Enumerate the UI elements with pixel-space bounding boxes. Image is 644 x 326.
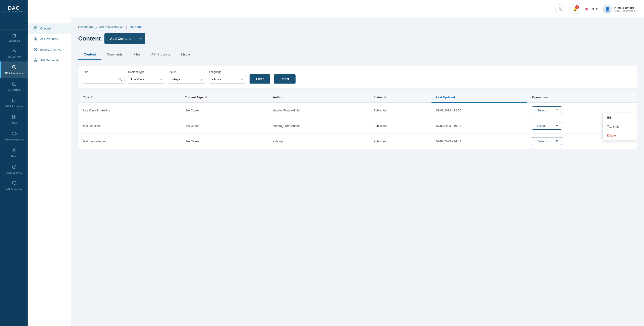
col-author-label: Author xyxy=(273,96,283,99)
sidebar-item-label: About OneAPIM xyxy=(6,172,22,174)
sidebar-item-site-admin[interactable]: Site Administration xyxy=(0,128,28,144)
sidebar-item-api-admin[interactable]: API Administration xyxy=(0,62,28,78)
status-select[interactable]: - Any - Published Unpublished Draft xyxy=(168,75,206,84)
sidebar-item-dashboard[interactable]: ⊞ Dashboard xyxy=(0,30,28,46)
sidebar-item-api-products-label: API Products xyxy=(40,37,58,41)
sidebar-item-api-deprecation[interactable]: API Deprecatio... xyxy=(28,55,71,65)
row1-operations: - Select - ⌃ Edit Translate Delete xyxy=(528,102,637,118)
content-type-sort-icon[interactable]: ⇵ xyxy=(205,96,207,99)
row1-select-label: - Select - xyxy=(536,109,548,112)
col-operations: Operations xyxy=(528,92,637,102)
breadcrumb-current: Content xyxy=(130,25,141,29)
content-table: Title ⇵ Content Type ⇵ Author xyxy=(78,92,637,149)
breadcrumb-api-admin[interactable]: API Administration xyxy=(99,25,124,29)
content-tabs: Content Comments Files API Products Medi… xyxy=(78,49,637,60)
reset-button[interactable]: Reset xyxy=(274,74,296,84)
row3-author: ekta.upm xyxy=(268,134,369,149)
sidebar-item-import-apis[interactable]: Import APIs / A... xyxy=(28,44,71,55)
sidebar-item-about[interactable]: About OneAPIM xyxy=(0,161,28,177)
col-last-updated-label: Last Updated xyxy=(436,96,455,99)
user-menu[interactable]: 👤 Hi ekta umare ekta.u+padmin@d... xyxy=(603,5,637,14)
sidebar-item-api-testing[interactable]: API Testing xyxy=(0,78,28,95)
api-admin-icon xyxy=(12,65,17,71)
tab-content[interactable]: Content xyxy=(78,49,102,60)
language-select[interactable]: - Any - English French German xyxy=(209,75,246,84)
row1-author: sindhu_PortalAdmin xyxy=(268,102,369,118)
filter-button[interactable]: Filter xyxy=(250,74,270,84)
title-search-icon: 🔍 xyxy=(118,78,122,81)
sidebar-item-label: API Administration xyxy=(5,72,24,75)
title-filter-group: Title 🔍 xyxy=(83,71,124,84)
content-type-select[interactable]: Use Case API Product Blog Post FAQ xyxy=(128,75,165,84)
svg-point-11 xyxy=(34,38,37,40)
row2-chevron-down-icon: ▼ xyxy=(555,124,558,128)
about-icon xyxy=(12,164,17,170)
row1-last-updated: 08/03/2023 - 12:50 xyxy=(432,102,528,118)
tab-media[interactable]: Media xyxy=(176,49,196,60)
add-content-button[interactable]: Add Content xyxy=(104,33,136,44)
tab-api-products[interactable]: API Products xyxy=(146,49,176,60)
sidebar-item-api-community[interactable]: API Community xyxy=(0,177,28,194)
add-content-plus-button[interactable]: + xyxy=(136,33,145,44)
language-select-wrap: - Any - English French German ▼ xyxy=(209,75,246,84)
col-status-label: Status xyxy=(374,96,383,99)
apps-icon xyxy=(12,114,17,121)
svg-rect-4 xyxy=(14,115,16,117)
sidebar-item-apps[interactable]: Apps xyxy=(0,111,28,128)
search-button[interactable]: 🔍 xyxy=(555,4,565,14)
search-icon: 🔍 xyxy=(558,7,562,11)
api-testing-icon xyxy=(12,81,17,88)
row3-select-button[interactable]: - Select - ▼ xyxy=(532,137,562,145)
sidebar-item-api-subscriptions[interactable]: API Subscriptions xyxy=(0,95,28,111)
breadcrumb-sep-2: ❱ xyxy=(125,25,128,29)
content-type-filter-group: Content Type Use Case API Product Blog P… xyxy=(128,71,165,84)
dropdown-delete[interactable]: Delete xyxy=(602,131,637,140)
api-deprecation-icon xyxy=(33,58,38,63)
users-icon xyxy=(12,148,17,154)
hamburger-button[interactable]: ☰ xyxy=(0,19,28,30)
svg-point-12 xyxy=(35,39,36,40)
title-sort-icon[interactable]: ⇵ xyxy=(90,96,93,99)
sidebar-item-label: API Subscriptions xyxy=(5,105,23,108)
col-last-updated: Last Updated ↑ xyxy=(432,92,528,102)
api-products-icon xyxy=(33,36,38,42)
breadcrumb-dashboard[interactable]: Dashboard xyxy=(78,25,93,29)
svg-rect-6 xyxy=(14,117,16,119)
notifications-button[interactable]: 🔔 0 xyxy=(570,4,580,14)
sidebar-item-label: API Community xyxy=(6,188,22,191)
row1-select-button[interactable]: - Select - ⌃ xyxy=(532,106,562,114)
dropdown-translate[interactable]: Translate xyxy=(602,122,637,131)
row1-title: Use Case for testing xyxy=(78,102,180,118)
svg-rect-9 xyxy=(12,182,16,184)
row3-chevron-down-icon: ▼ xyxy=(555,139,558,143)
sidebar-item-label: Dashboard xyxy=(8,40,20,42)
logo-main: DAC xyxy=(8,5,20,11)
sidebar-item-content[interactable]: Content xyxy=(28,23,71,34)
dropdown-edit[interactable]: Edit xyxy=(602,113,637,122)
api-subscriptions-icon xyxy=(12,98,17,104)
status-sort-icon[interactable]: ⇵ xyxy=(384,96,386,99)
table-header-row: Title ⇵ Content Type ⇵ Author xyxy=(78,92,637,102)
row2-status: Published xyxy=(369,118,432,134)
row3-last-updated: 07/07/2023 - 14:43 xyxy=(432,134,528,149)
sidebar-item-import-apis-label: Import APIs / A... xyxy=(40,48,62,51)
last-updated-sort-icon[interactable]: ↑ xyxy=(456,96,458,99)
page-header: Content Add Content + xyxy=(78,33,637,44)
secondary-sidebar: Content API Products Import APIs / A... … xyxy=(28,19,71,326)
site-admin-icon xyxy=(12,131,17,137)
flag-icon: 🇬🇧 xyxy=(585,7,588,11)
row3-status: Published xyxy=(369,134,432,149)
tab-files[interactable]: Files xyxy=(128,49,146,60)
breadcrumb: Dashboard ❱ API Administration ❱ Content xyxy=(78,25,637,29)
row2-content-type: Use Cases xyxy=(180,118,268,134)
left-nav: ☰ ⊞ Dashboard ⊙ Find your APIs API Admin… xyxy=(0,0,28,326)
user-name: Hi ekta umare xyxy=(614,6,637,10)
col-content-type-label: Content Type xyxy=(185,96,204,99)
row2-select-button[interactable]: - Select - ▼ xyxy=(532,122,562,130)
tab-comments[interactable]: Comments xyxy=(102,49,128,60)
sidebar-item-users[interactable]: Users xyxy=(0,144,28,161)
filter-area: Title 🔍 Content Type Use Case API Produc… xyxy=(78,66,637,88)
sidebar-item-find-apis[interactable]: ⊙ Find your APIs xyxy=(0,46,28,62)
language-selector[interactable]: 🇬🇧 EN ▼ xyxy=(585,7,598,11)
sidebar-item-api-products[interactable]: API Products xyxy=(28,34,71,44)
